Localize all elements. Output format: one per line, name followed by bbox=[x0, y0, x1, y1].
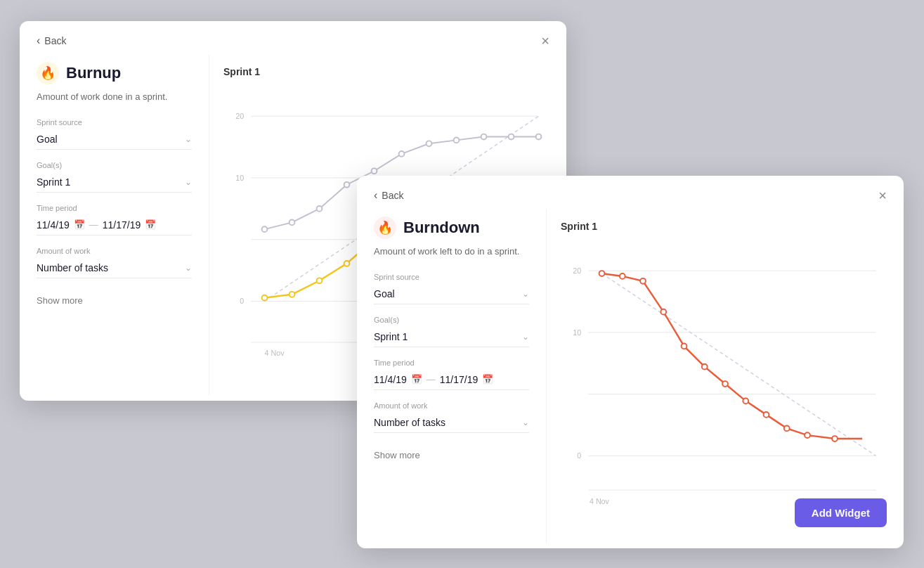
svg-point-41 bbox=[661, 309, 666, 315]
svg-point-43 bbox=[702, 364, 708, 370]
chevron-down-icon: ⌄ bbox=[185, 263, 192, 273]
burndown-date-end: 11/17/19 bbox=[440, 374, 479, 385]
add-widget-button[interactable]: Add Widget bbox=[795, 498, 887, 527]
svg-point-38 bbox=[599, 271, 605, 276]
burnup-icon: 🔥 bbox=[37, 62, 59, 84]
svg-point-11 bbox=[289, 219, 295, 225]
svg-point-20 bbox=[536, 134, 542, 140]
svg-text:0: 0 bbox=[577, 451, 581, 460]
burndown-goals-group: Goal(s) Sprint 1 ⌄ bbox=[374, 316, 529, 347]
burndown-left-panel: 🔥 Burndown Amount of work left to do in … bbox=[357, 209, 547, 543]
chevron-down-icon: ⌄ bbox=[185, 177, 192, 187]
burnup-date-end: 11/17/19 bbox=[103, 219, 141, 231]
back-arrow-icon: ‹ bbox=[37, 34, 40, 47]
svg-point-47 bbox=[784, 425, 790, 431]
burnup-amount-group: Amount of work Number of tasks ⌄ bbox=[37, 247, 192, 278]
svg-point-39 bbox=[620, 273, 625, 279]
svg-text:10: 10 bbox=[235, 174, 244, 182]
back-arrow-icon: ‹ bbox=[374, 189, 377, 202]
burndown-back-button[interactable]: ‹ Back bbox=[374, 189, 403, 202]
calendar-icon[interactable]: 📅 bbox=[145, 219, 156, 230]
svg-point-10 bbox=[262, 226, 268, 232]
burnup-title-row: 🔥 Burnup bbox=[37, 62, 192, 84]
burndown-time-period-group: Time period 11/4/19 📅 — 11/17/19 📅 bbox=[374, 359, 529, 390]
chevron-down-icon: ⌄ bbox=[522, 418, 529, 427]
svg-point-46 bbox=[764, 412, 769, 418]
burndown-goals-select[interactable]: Sprint 1 ⌄ bbox=[374, 327, 529, 347]
calendar-icon[interactable]: 📅 bbox=[482, 374, 493, 385]
svg-point-17 bbox=[454, 137, 460, 143]
calendar-icon[interactable]: 📅 bbox=[74, 219, 85, 230]
svg-point-49 bbox=[832, 436, 838, 441]
burnup-date-start: 11/4/19 bbox=[37, 219, 70, 231]
burndown-body: 🔥 Burndown Amount of work left to do in … bbox=[357, 209, 904, 543]
svg-point-12 bbox=[317, 206, 323, 212]
svg-text:4 Nov: 4 Nov bbox=[590, 497, 610, 505]
burndown-show-more-button[interactable]: Show more bbox=[374, 450, 420, 460]
burndown-icon: 🔥 bbox=[374, 217, 396, 239]
burndown-amount-select[interactable]: Number of tasks ⌄ bbox=[374, 413, 529, 433]
burnup-title: Burnup bbox=[66, 64, 121, 82]
svg-point-18 bbox=[481, 134, 487, 140]
svg-text:10: 10 bbox=[573, 328, 581, 337]
svg-point-48 bbox=[805, 432, 810, 438]
burndown-back-label: Back bbox=[382, 190, 403, 201]
burndown-chart-title: Sprint 1 bbox=[561, 221, 890, 232]
burndown-goals-value: Sprint 1 bbox=[374, 331, 408, 342]
burnup-chart-title: Sprint 1 bbox=[223, 66, 552, 77]
svg-point-22 bbox=[289, 292, 295, 297]
svg-point-44 bbox=[722, 381, 728, 387]
burnup-back-button[interactable]: ‹ Back bbox=[37, 34, 66, 47]
burnup-amount-value: Number of tasks bbox=[37, 262, 108, 273]
burnup-amount-select[interactable]: Number of tasks ⌄ bbox=[37, 258, 192, 278]
burnup-sprint-source-select[interactable]: Goal ⌄ bbox=[37, 129, 192, 150]
burndown-date-row: 11/4/19 📅 — 11/17/19 📅 bbox=[374, 370, 529, 390]
burnup-sprint-source-group: Sprint source Goal ⌄ bbox=[37, 118, 192, 150]
burndown-close-button[interactable]: × bbox=[878, 188, 887, 202]
svg-point-23 bbox=[317, 278, 323, 283]
svg-point-24 bbox=[344, 261, 350, 266]
burnup-goals-label: Goal(s) bbox=[37, 161, 192, 169]
svg-point-21 bbox=[262, 295, 268, 301]
svg-text:0: 0 bbox=[240, 297, 244, 305]
burnup-show-more-button[interactable]: Show more bbox=[37, 295, 83, 306]
svg-text:20: 20 bbox=[235, 112, 244, 120]
burndown-time-period-label: Time period bbox=[374, 359, 529, 367]
svg-point-45 bbox=[743, 398, 748, 404]
chevron-down-icon: ⌄ bbox=[522, 289, 529, 299]
burndown-svg: 20 10 0 4 Nov 17 Nov bbox=[561, 239, 890, 529]
svg-line-37 bbox=[602, 273, 876, 456]
burndown-amount-group: Amount of work Number of tasks ⌄ bbox=[374, 401, 529, 433]
svg-point-13 bbox=[344, 182, 350, 188]
burnup-sprint-source-label: Sprint source bbox=[37, 118, 192, 127]
burnup-time-period-label: Time period bbox=[37, 204, 192, 212]
svg-point-19 bbox=[509, 134, 514, 140]
burndown-title-row: 🔥 Burndown bbox=[374, 217, 529, 239]
burndown-sprint-source-value: Goal bbox=[374, 288, 395, 299]
svg-point-14 bbox=[372, 168, 377, 174]
svg-point-15 bbox=[399, 151, 405, 157]
burndown-chart-panel: Sprint 1 20 10 0 4 Nov 17 Nov bbox=[547, 209, 904, 543]
burndown-sprint-source-label: Sprint source bbox=[374, 273, 529, 281]
burnup-goals-group: Goal(s) Sprint 1 ⌄ bbox=[37, 161, 192, 193]
burnup-back-label: Back bbox=[44, 35, 66, 46]
burndown-title: Burndown bbox=[403, 219, 480, 237]
svg-point-16 bbox=[427, 141, 432, 146]
burnup-close-button[interactable]: × bbox=[541, 34, 549, 48]
svg-point-42 bbox=[682, 343, 687, 349]
burnup-goals-value: Sprint 1 bbox=[37, 176, 70, 188]
burndown-chart: 20 10 0 4 Nov 17 Nov bbox=[561, 239, 890, 529]
burndown-header: ‹ Back × bbox=[357, 176, 904, 209]
burnup-header: ‹ Back × bbox=[20, 21, 566, 55]
burnup-date-row: 11/4/19 📅 — 11/17/19 📅 bbox=[37, 215, 192, 235]
svg-text:20: 20 bbox=[573, 266, 581, 275]
burnup-sprint-source-value: Goal bbox=[37, 134, 58, 145]
burndown-sprint-source-select[interactable]: Goal ⌄ bbox=[374, 284, 529, 304]
burndown-sprint-source-group: Sprint source Goal ⌄ bbox=[374, 273, 529, 304]
calendar-icon[interactable]: 📅 bbox=[411, 374, 422, 385]
svg-text:4 Nov: 4 Nov bbox=[265, 349, 285, 357]
burndown-goals-label: Goal(s) bbox=[374, 316, 529, 324]
burnup-goals-select[interactable]: Sprint 1 ⌄ bbox=[37, 172, 192, 193]
burndown-description: Amount of work left to do in a sprint. bbox=[374, 245, 529, 259]
burnup-time-period-group: Time period 11/4/19 📅 — 11/17/19 📅 bbox=[37, 204, 192, 235]
